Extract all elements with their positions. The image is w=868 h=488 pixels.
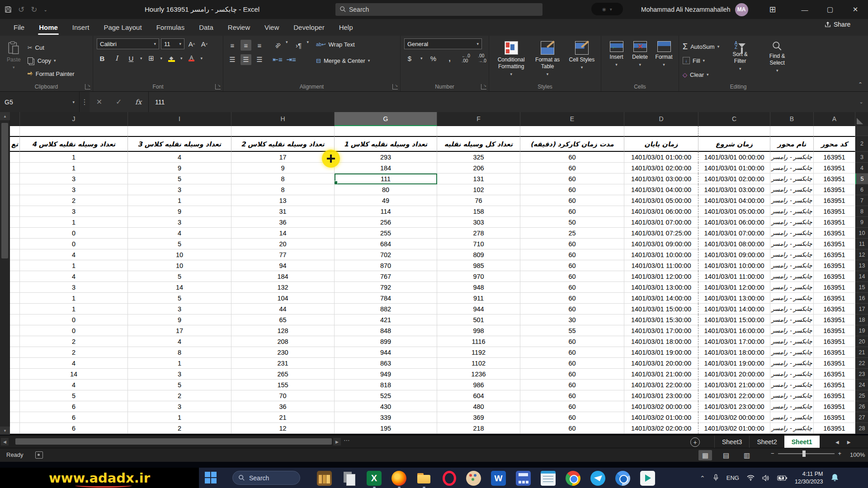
cell[interactable] (10, 184, 20, 195)
autosum-button[interactable]: ΣAutoSum▾ (683, 41, 719, 52)
next-sheet-icon[interactable]: ▶ (847, 440, 851, 445)
cell[interactable]: 60 (520, 260, 624, 271)
row-header-5[interactable]: 5 (855, 174, 868, 184)
cell[interactable]: 44 (231, 304, 335, 314)
row-header-15[interactable]: 15 (855, 282, 868, 293)
cell[interactable]: 899 (335, 336, 437, 347)
font-name-select[interactable]: Calibri▾ (97, 38, 159, 49)
cell[interactable]: 1401/03/01 10:00:00 (698, 260, 770, 271)
cell[interactable] (10, 304, 20, 314)
cell[interactable]: 998 (437, 325, 520, 336)
cell[interactable]: 60 (520, 152, 624, 163)
row-header-13[interactable]: 13 (855, 260, 868, 271)
italic-button[interactable]: I (111, 53, 122, 64)
cell[interactable]: 94 (231, 260, 335, 271)
cell-styles-button[interactable]: Cell Styles▾ (566, 38, 598, 83)
calculator-taskbar-icon[interactable] (511, 469, 536, 488)
name-box[interactable]: G5▾ (0, 92, 80, 112)
cell[interactable] (10, 163, 20, 174)
cell[interactable] (10, 293, 20, 304)
cell[interactable]: 303 (437, 217, 520, 228)
cell[interactable]: چابکسر - رامسر (770, 163, 814, 174)
cell[interactable]: 1401/03/01 12:00:00 (624, 271, 698, 282)
cell[interactable]: 1401/03/01 15:00:00 (624, 304, 698, 314)
cell[interactable] (10, 369, 20, 380)
notes-taskbar-icon[interactable] (536, 469, 561, 488)
cell[interactable]: چابکسر - رامسر (770, 423, 814, 434)
column-header-C[interactable]: C (698, 112, 770, 126)
cell[interactable]: 848 (335, 325, 437, 336)
cell[interactable]: چابکسر - رامسر (770, 206, 814, 217)
cell[interactable]: 9 (128, 314, 231, 325)
cell[interactable] (20, 126, 128, 136)
cell[interactable]: 5 (128, 239, 231, 249)
format-painter-button[interactable]: Format Painter (28, 68, 75, 80)
cell[interactable]: 5 (128, 380, 231, 390)
cell[interactable]: 1401/03/01 17:00:00 (624, 325, 698, 336)
cell[interactable]: 60 (520, 423, 624, 434)
cell[interactable]: چابکسر - رامسر (770, 412, 814, 423)
cell[interactable]: 5 (128, 271, 231, 282)
cell[interactable]: 1401/03/01 05:00:00 (624, 195, 698, 206)
cell[interactable]: 5 (128, 293, 231, 304)
cell[interactable]: 36 (231, 217, 335, 228)
cell[interactable] (698, 126, 770, 136)
cell[interactable]: 684 (335, 239, 437, 249)
cell[interactable]: 5 (20, 390, 128, 401)
cell[interactable]: 3 (128, 304, 231, 314)
text-direction-icon[interactable]: ›¶ (293, 40, 304, 51)
cell[interactable]: 163951 (814, 293, 855, 304)
cell[interactable]: چابکسر - رامسر (770, 380, 814, 390)
cell[interactable]: 525 (335, 390, 437, 401)
cell[interactable]: 10 (128, 260, 231, 271)
ribbon-tab-help[interactable]: Help (333, 19, 359, 36)
cell[interactable]: 1401/03/01 01:00:00 (624, 152, 698, 163)
cell[interactable]: 60 (520, 195, 624, 206)
cell[interactable]: 325 (437, 152, 520, 163)
cell[interactable]: چابکسر - رامسر (770, 314, 814, 325)
clear-button[interactable]: ◇Clear▾ (683, 69, 719, 80)
cell[interactable]: 17 (128, 325, 231, 336)
cell[interactable]: 430 (335, 401, 437, 412)
language-indicator[interactable]: ENG (726, 474, 739, 481)
cell[interactable]: 1401/03/01 11:00:00 (624, 260, 698, 271)
cell[interactable]: 767 (335, 271, 437, 282)
previous-sheet-icon[interactable]: ◀ (835, 440, 839, 445)
cell[interactable]: 809 (437, 249, 520, 260)
bold-button[interactable]: B (97, 53, 108, 64)
cell[interactable]: 218 (437, 423, 520, 434)
media-player-taskbar-icon[interactable] (635, 469, 660, 488)
cell[interactable]: چابکسر - رامسر (770, 228, 814, 239)
cell[interactable]: 163951 (814, 412, 855, 423)
new-sheet-button[interactable]: + (690, 437, 700, 447)
cell[interactable]: 5 (128, 174, 231, 184)
ribbon-tab-home[interactable]: Home (33, 19, 64, 36)
opera-taskbar-icon[interactable] (436, 469, 461, 488)
cell[interactable] (520, 126, 624, 136)
cell[interactable]: 4 (128, 228, 231, 239)
cell[interactable] (231, 126, 335, 136)
cell[interactable]: 1401/03/01 01:00:00 (698, 163, 770, 174)
folder-taskbar-icon[interactable] (411, 469, 436, 488)
cell[interactable]: 1401/03/01 07:00:00 (698, 228, 770, 239)
cell[interactable]: 256 (335, 217, 437, 228)
format-cells-button[interactable]: Format▾ (652, 38, 676, 83)
cell[interactable]: 2 (20, 336, 128, 347)
battery-icon[interactable] (777, 475, 787, 481)
cell[interactable]: چابکسر - رامسر (770, 217, 814, 228)
cell[interactable]: چابکسر - رامسر (770, 293, 814, 304)
cell[interactable]: 60 (520, 401, 624, 412)
cell[interactable]: 1401/03/02 01:00:00 (698, 423, 770, 434)
cell[interactable]: 1401/03/02 00:00:00 (624, 401, 698, 412)
cell[interactable]: 1 (128, 412, 231, 423)
store-taskbar-icon[interactable] (312, 469, 337, 488)
align-middle-icon[interactable]: ≡ (241, 40, 251, 51)
cell[interactable]: 65 (231, 314, 335, 325)
cell[interactable]: 265 (231, 369, 335, 380)
cell[interactable]: 1401/03/01 09:00:00 (624, 239, 698, 249)
redo-icon[interactable]: ↻ (31, 5, 37, 14)
cell[interactable]: 60 (520, 249, 624, 260)
column-header-B[interactable]: B (770, 112, 814, 126)
cancel-entry-icon[interactable]: ✕ (96, 98, 102, 106)
cell[interactable]: 14 (231, 228, 335, 239)
